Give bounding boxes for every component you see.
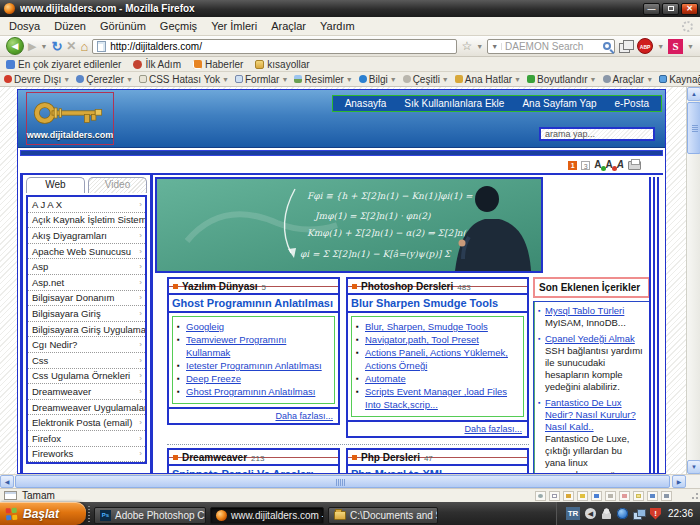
document-icon[interactable] xyxy=(549,491,560,501)
tools-icon[interactable] xyxy=(661,491,672,501)
devbar-outline[interactable]: Ana Hatlar▼ xyxy=(455,74,521,85)
sidebar-item[interactable]: Asp› xyxy=(28,259,145,275)
sidebar-item[interactable]: Css Ugulama Örnekleri› xyxy=(28,369,145,385)
sidebar-item[interactable]: Fireworks› xyxy=(28,447,145,463)
pencil-icon[interactable] xyxy=(563,491,574,501)
task-explorer[interactable]: C:\Documents and Se... xyxy=(328,507,438,524)
save-icon[interactable] xyxy=(591,491,602,501)
printer-icon[interactable] xyxy=(605,491,616,501)
network-connection-icon[interactable] xyxy=(633,509,645,519)
task-photoshop[interactable]: Ps Adobe Photoshop CS... xyxy=(94,507,206,524)
sidebar-item[interactable]: A J A X› xyxy=(28,197,145,213)
bookmark-label[interactable]: Haberler xyxy=(205,59,243,70)
language-indicator[interactable]: TR xyxy=(566,507,580,520)
adblock-dropdown[interactable]: ▼ xyxy=(657,43,664,50)
devbar-tools[interactable]: Araçlar▼ xyxy=(603,74,654,85)
brush-icon[interactable] xyxy=(577,491,588,501)
box-title[interactable]: Blur Sharpen Smudge Tools xyxy=(348,293,527,313)
site-search-input[interactable]: arama yap... xyxy=(539,127,655,141)
eraser-icon[interactable] xyxy=(619,491,630,501)
recent-link[interactable]: Cpanel Yedeği Almak xyxy=(538,333,645,345)
column-three-icon[interactable]: 3 xyxy=(581,161,590,170)
article-link[interactable]: Googleig xyxy=(177,320,332,333)
menu-dosya[interactable]: Dosya xyxy=(2,18,47,34)
article-link[interactable]: Blur, Sharpen, Smudge Tools xyxy=(356,320,521,333)
gear-icon[interactable] xyxy=(535,491,546,501)
devbar-images[interactable]: Resimler▼ xyxy=(294,74,352,85)
sidebar-item[interactable]: Bilgisayara Giriş Uygulamaları› xyxy=(28,322,145,338)
url-bar[interactable]: http://dijitalders.com/ xyxy=(92,39,457,54)
menu-gecmis[interactable]: Geçmiş xyxy=(153,18,204,34)
box-category[interactable]: Yazılım Dünyası xyxy=(182,281,258,292)
sidebar-item[interactable]: Açık Kaynak İşletim Sistemleri› xyxy=(28,213,145,229)
sidebar-item[interactable]: Dreamweaver Uygulamaları› xyxy=(28,400,145,416)
sidebar-item[interactable]: Apache Web Sunucusu› xyxy=(28,244,145,260)
tab-video[interactable]: Video xyxy=(88,177,147,193)
restore-button[interactable] xyxy=(662,3,679,15)
article-link[interactable]: Automate xyxy=(356,372,521,385)
bookmark-label[interactable]: İlk Adım xyxy=(145,59,181,70)
article-link[interactable]: Navigator,path, Tool Preset xyxy=(356,333,521,346)
chart-icon[interactable] xyxy=(647,491,658,501)
messenger-icon[interactable] xyxy=(601,508,612,519)
box-title[interactable]: Snippets Paneli Ve Araçları xyxy=(169,464,338,473)
nav-sik-kullanilanlar[interactable]: Sık Kullanılanlara Ekle xyxy=(404,98,504,109)
devbar-css[interactable]: CSS Hatası Yok▼ xyxy=(139,74,229,85)
horizontal-scrollbar[interactable]: ◀ ▶ xyxy=(0,474,700,488)
sidebar-item[interactable]: Dreamweaver› xyxy=(28,384,145,400)
devbar-viewsource[interactable]: Kaynağı Göster▼ xyxy=(659,74,700,85)
back-button[interactable]: ◀ xyxy=(6,37,24,55)
sidebar-item[interactable]: Css› xyxy=(28,353,145,369)
box-category[interactable]: Dreamweaver xyxy=(182,452,247,463)
box-category[interactable]: Photoshop Dersleri xyxy=(361,281,453,292)
font-decrease-icon[interactable]: A xyxy=(606,159,613,171)
stop-button[interactable]: ✕ xyxy=(66,39,76,53)
back-history-dropdown[interactable]: ▼ xyxy=(40,43,47,50)
pages-icon[interactable] xyxy=(619,40,633,52)
bookmark-kisayollar[interactable]: kısayollar xyxy=(255,59,309,70)
devbar-resize[interactable]: Boyutlandır▼ xyxy=(527,74,597,85)
sidebar-item[interactable]: Akış Diyagramları› xyxy=(28,228,145,244)
tab-web[interactable]: Web xyxy=(26,177,85,193)
nav-ana-sayfam-yap[interactable]: Ana Sayfam Yap xyxy=(522,98,596,109)
bookmark-label[interactable]: kısayollar xyxy=(267,59,309,70)
sidebar-item[interactable]: Firefox› xyxy=(28,431,145,447)
url-text[interactable]: http://dijitalders.com/ xyxy=(110,41,202,52)
devbar-cookies[interactable]: Çerezler▼ xyxy=(76,74,133,85)
vertical-scroll-thumb[interactable] xyxy=(687,102,700,154)
tray-chevron-icon[interactable]: ◀ xyxy=(585,508,596,519)
bookmark-star-icon[interactable]: ☆ xyxy=(461,39,472,53)
article-link[interactable]: Ietester Programının Anlatılması xyxy=(177,359,332,372)
print-icon[interactable] xyxy=(628,161,641,170)
nav-eposta[interactable]: e-Posta xyxy=(615,98,649,109)
site-logo[interactable]: www.dijitalders.com xyxy=(26,92,114,145)
article-link[interactable]: Actions Paneli, Actions Yüklemek, Action… xyxy=(356,346,521,372)
note-icon[interactable] xyxy=(633,491,644,501)
sidebar-item[interactable]: Bilgisayar Donanım› xyxy=(28,291,145,307)
bookmark-most-visited[interactable]: En çok ziyaret edilenler xyxy=(6,59,121,70)
home-button[interactable]: ⌂ xyxy=(80,39,88,54)
resize-grip[interactable] xyxy=(689,492,698,501)
task-firefox[interactable]: www.dijitalders.com -... xyxy=(210,507,324,524)
devbar-forms[interactable]: Formlar▼ xyxy=(235,74,288,85)
sidebar-item[interactable]: Elektronik Posta (email)› xyxy=(28,415,145,431)
box-title[interactable]: Php Mysql to XML xyxy=(348,464,527,473)
start-label[interactable]: Başlat xyxy=(23,507,59,521)
stylish-icon[interactable]: S xyxy=(668,39,683,54)
article-link[interactable]: Teamviewer Programını Kullanmak xyxy=(177,333,332,359)
column-one-icon[interactable]: 1 xyxy=(568,161,577,170)
bookmark-haberler[interactable]: Haberler xyxy=(193,59,243,70)
horizontal-scroll-thumb[interactable] xyxy=(15,475,670,488)
vertical-scrollbar[interactable]: ▲ ▼ xyxy=(686,87,700,474)
menu-duzen[interactable]: Düzen xyxy=(47,18,93,34)
font-increase-icon[interactable]: A xyxy=(594,159,601,171)
nav-anasayfa[interactable]: Anasayfa xyxy=(345,98,387,109)
article-link[interactable]: Ghost Programının Anlatılması xyxy=(177,385,332,398)
sidebar-item[interactable]: Bilgisayara Giriş› xyxy=(28,306,145,322)
scroll-right-button[interactable]: ▶ xyxy=(672,475,686,488)
stylish-dropdown[interactable]: ▼ xyxy=(687,43,694,50)
devbar-info[interactable]: Bilgi▼ xyxy=(359,74,397,85)
reload-button[interactable]: ↻ xyxy=(51,39,62,54)
font-default-icon[interactable]: A xyxy=(617,159,624,171)
more-link[interactable]: Daha fazlası... xyxy=(275,411,333,421)
